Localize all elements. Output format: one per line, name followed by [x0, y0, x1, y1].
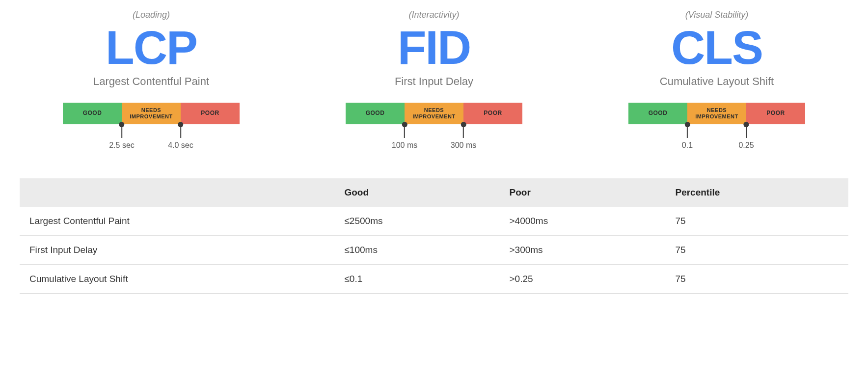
- marker-line-icon: [463, 127, 464, 138]
- metric-card-lcp: (Loading) LCP Largest Contentful Paint G…: [38, 10, 264, 149]
- metric-abbr: LCP: [38, 24, 264, 71]
- cell-metric: Cumulative Layout Shift: [20, 265, 334, 294]
- marker-line-icon: [746, 127, 747, 138]
- threshold-marker-2: 300 ms: [451, 122, 476, 150]
- metric-abbr: FID: [321, 24, 547, 71]
- threshold-marker-1: 0.1: [682, 122, 693, 150]
- metric-abbr: CLS: [604, 24, 830, 71]
- threshold-label: 4.0 sec: [168, 141, 193, 150]
- bar-segments: GOOD NEEDS IMPROVEMENT POOR: [346, 103, 522, 124]
- threshold-marker-2: 4.0 sec: [168, 122, 193, 150]
- threshold-label: 2.5 sec: [109, 141, 135, 150]
- threshold-label: 300 ms: [451, 141, 476, 150]
- marker-dot-icon: [684, 122, 690, 127]
- cell-percentile: 75: [665, 236, 848, 265]
- category-label: (Loading): [38, 10, 264, 20]
- marker-dot-icon: [178, 122, 183, 127]
- cell-metric: Largest Contentful Paint: [20, 207, 334, 236]
- table-header-row: Good Poor Percentile: [20, 178, 848, 207]
- metric-fullname: Cumulative Layout Shift: [604, 75, 830, 88]
- segment-needs-improvement: NEEDS IMPROVEMENT: [405, 103, 463, 124]
- threshold-bar: GOOD NEEDS IMPROVEMENT POOR 2.5 sec 4.0 …: [63, 103, 240, 149]
- thresholds-table: Good Poor Percentile Largest Contentful …: [20, 178, 848, 294]
- marker-dot-icon: [119, 122, 124, 127]
- threshold-markers: 0.1 0.25: [628, 124, 805, 149]
- segment-poor: POOR: [181, 103, 240, 124]
- threshold-markers: 100 ms 300 ms: [346, 124, 522, 149]
- metric-card-cls: (Visual Stability) CLS Cumulative Layout…: [604, 10, 830, 149]
- marker-line-icon: [404, 127, 405, 138]
- metrics-row: (Loading) LCP Largest Contentful Paint G…: [20, 10, 848, 149]
- cell-good: ≤100ms: [334, 236, 499, 265]
- segment-needs-improvement: NEEDS IMPROVEMENT: [122, 103, 181, 124]
- table-row: Cumulative Layout Shift ≤0.1 >0.25 75: [20, 265, 848, 294]
- threshold-marker-2: 0.25: [738, 122, 754, 150]
- cell-metric: First Input Delay: [20, 236, 334, 265]
- cell-poor: >300ms: [500, 236, 666, 265]
- threshold-label: 0.25: [738, 141, 754, 150]
- category-label: (Visual Stability): [604, 10, 830, 20]
- marker-line-icon: [180, 127, 181, 138]
- metric-fullname: Largest Contentful Paint: [38, 75, 264, 88]
- metric-card-fid: (Interactivity) FID First Input Delay GO…: [321, 10, 547, 149]
- th-good: Good: [334, 178, 499, 207]
- segment-poor: POOR: [746, 103, 805, 124]
- cell-good: ≤0.1: [334, 265, 499, 294]
- cell-percentile: 75: [665, 265, 848, 294]
- threshold-marker-1: 2.5 sec: [109, 122, 135, 150]
- segment-good: GOOD: [63, 103, 122, 124]
- threshold-label: 0.1: [682, 141, 693, 150]
- threshold-markers: 2.5 sec 4.0 sec: [63, 124, 240, 149]
- cell-good: ≤2500ms: [334, 207, 499, 236]
- segment-good: GOOD: [346, 103, 405, 124]
- metric-fullname: First Input Delay: [321, 75, 547, 88]
- cell-percentile: 75: [665, 207, 848, 236]
- segment-good: GOOD: [628, 103, 687, 124]
- marker-dot-icon: [461, 122, 466, 127]
- marker-dot-icon: [402, 122, 407, 127]
- cell-poor: >4000ms: [500, 207, 666, 236]
- cell-poor: >0.25: [500, 265, 666, 294]
- threshold-bar: GOOD NEEDS IMPROVEMENT POOR 0.1 0.25: [628, 103, 805, 149]
- table-row: Largest Contentful Paint ≤2500ms >4000ms…: [20, 207, 848, 236]
- bar-segments: GOOD NEEDS IMPROVEMENT POOR: [628, 103, 805, 124]
- table-row: First Input Delay ≤100ms >300ms 75: [20, 236, 848, 265]
- threshold-marker-1: 100 ms: [392, 122, 417, 150]
- threshold-bar: GOOD NEEDS IMPROVEMENT POOR 100 ms 300 m…: [346, 103, 522, 149]
- bar-segments: GOOD NEEDS IMPROVEMENT POOR: [63, 103, 240, 124]
- marker-dot-icon: [743, 122, 749, 127]
- segment-needs-improvement: NEEDS IMPROVEMENT: [687, 103, 746, 124]
- marker-line-icon: [687, 127, 688, 138]
- category-label: (Interactivity): [321, 10, 547, 20]
- segment-poor: POOR: [463, 103, 522, 124]
- th-percentile: Percentile: [665, 178, 848, 207]
- th-poor: Poor: [500, 178, 666, 207]
- threshold-label: 100 ms: [392, 141, 417, 150]
- marker-line-icon: [121, 127, 122, 138]
- th-metric: [20, 178, 334, 207]
